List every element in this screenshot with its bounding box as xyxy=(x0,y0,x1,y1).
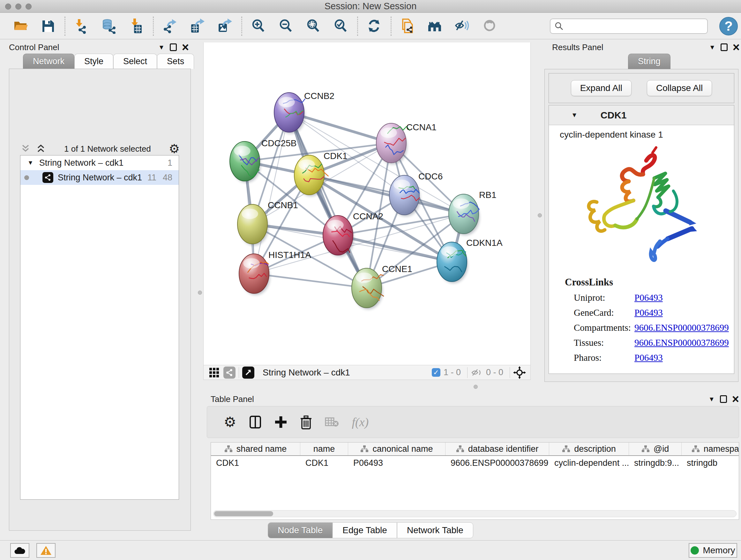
table-cell[interactable]: 9606.ENSP00000378699 xyxy=(446,456,549,470)
collection-expand-icon[interactable]: ▼ xyxy=(27,159,33,166)
network-node-CCNA2[interactable]: CCNA2 xyxy=(323,211,383,257)
tab-sets[interactable]: Sets xyxy=(157,54,194,69)
network-node-CCNE1[interactable]: CCNE1 xyxy=(352,264,412,309)
toolbar-separator xyxy=(391,17,392,36)
detach-view-icon[interactable] xyxy=(242,367,254,379)
column-header-namespace[interactable]: namespace xyxy=(682,442,739,455)
network-node-CCNB2[interactable]: CCNB2 xyxy=(274,91,334,134)
tab-select[interactable]: Select xyxy=(113,54,157,69)
table-panel-float-icon[interactable]: ▼ xyxy=(709,395,715,403)
tab-node-table[interactable]: Node Table xyxy=(268,522,333,538)
control-panel-title: Control Panel xyxy=(9,43,59,52)
open-session-button[interactable] xyxy=(7,15,35,38)
crosslink-link[interactable]: 9606.ENSP00000378699 xyxy=(634,322,729,333)
collapse-all-networks-icon[interactable] xyxy=(20,143,31,154)
expand-all-networks-icon[interactable] xyxy=(36,143,46,154)
minimize-window-icon[interactable] xyxy=(15,3,21,10)
table-panel-close-icon[interactable]: × xyxy=(732,395,739,402)
table-cell[interactable]: stringdb:9... xyxy=(629,456,682,470)
table-row[interactable]: CDK1CDK1P064939606.ENSP00000378699cyclin… xyxy=(211,456,739,470)
hide-glass-button[interactable] xyxy=(449,15,476,38)
delete-column-icon[interactable] xyxy=(300,415,312,429)
network-node-CDKN1A[interactable]: CDKN1A xyxy=(437,238,502,283)
table-cell[interactable]: P06493 xyxy=(348,456,446,470)
tab-edge-table[interactable]: Edge Table xyxy=(333,522,397,538)
tab-network-table[interactable]: Network Table xyxy=(397,522,473,538)
tab-network[interactable]: Network xyxy=(23,54,74,69)
tab-style[interactable]: Style xyxy=(74,54,113,69)
gene-section-header[interactable]: ▼ CDK1 xyxy=(549,105,734,125)
crosslink-link[interactable]: P06493 xyxy=(634,293,663,303)
collapse-all-button[interactable]: Collapse All xyxy=(647,80,712,96)
results-panel-maximize-icon[interactable] xyxy=(721,44,728,51)
string-home-button[interactable] xyxy=(421,15,449,38)
zoom-out-button[interactable] xyxy=(272,15,300,38)
help-button[interactable]: ? xyxy=(719,17,738,36)
column-header-description[interactable]: description xyxy=(549,442,629,455)
import-network-file-button[interactable] xyxy=(68,15,95,38)
control-panel-close-icon[interactable]: × xyxy=(182,44,189,51)
save-session-button[interactable] xyxy=(35,15,62,38)
results-panel-float-icon[interactable]: ▼ xyxy=(709,44,716,51)
network-options-gear-icon[interactable]: ⚙ xyxy=(169,143,180,154)
show-button[interactable] xyxy=(476,15,504,38)
zoom-window-icon[interactable] xyxy=(25,3,31,10)
network-node-RB1[interactable]: RB1 xyxy=(449,190,496,235)
crosslink-link[interactable]: P06493 xyxy=(634,307,663,318)
network-node-CDC6[interactable]: CDC6 xyxy=(389,172,443,216)
control-panel-maximize-icon[interactable] xyxy=(170,44,177,51)
network-collection-row[interactable]: ▼ String Network – cdk1 1 xyxy=(20,155,179,170)
left-splitter-handle[interactable] xyxy=(198,291,202,295)
gene-collapse-icon[interactable]: ▼ xyxy=(571,111,578,119)
refresh-button[interactable] xyxy=(360,15,388,38)
crosslink-link[interactable]: 9606.ENSP00000378699 xyxy=(634,337,729,348)
crosslink-link[interactable]: P06493 xyxy=(634,353,663,363)
table-hscrollbar[interactable] xyxy=(213,510,737,517)
column-header--id[interactable]: @id xyxy=(629,442,682,455)
bottom-splitter-handle[interactable] xyxy=(474,385,478,389)
column-header-shared-name[interactable]: shared name xyxy=(211,442,300,455)
birdseye-view-icon[interactable] xyxy=(513,366,526,379)
selected-nodes-checkbox[interactable]: ✓ xyxy=(432,368,441,377)
right-splitter-handle[interactable] xyxy=(538,213,542,217)
tab-string[interactable]: String xyxy=(628,54,670,69)
table-cell[interactable]: cyclin-dependent ... xyxy=(549,456,629,470)
table-cell[interactable]: CDK1 xyxy=(211,456,300,470)
column-header-name[interactable]: name xyxy=(300,442,348,455)
network-node-CCNB1[interactable]: CCNB1 xyxy=(238,200,298,246)
network-canvas[interactable]: CCNB2 CCNA1 CDC25B CDK1 CDC6 xyxy=(203,43,531,365)
warning-status-button[interactable] xyxy=(37,543,56,558)
zoom-fit-button[interactable] xyxy=(300,15,327,38)
hidden-counts: 0 - 0 xyxy=(486,368,503,377)
memory-button[interactable]: Memory xyxy=(689,543,737,558)
column-header-canonical-name[interactable]: canonical name xyxy=(348,442,446,455)
create-column-icon[interactable] xyxy=(274,415,287,429)
table-cell[interactable]: stringdb xyxy=(682,456,739,470)
export-network-button[interactable] xyxy=(156,15,184,38)
table-options-gear-icon[interactable]: ⚙ xyxy=(224,416,236,428)
show-columns-icon[interactable] xyxy=(249,415,262,429)
network-graph[interactable]: CCNB2 CCNA1 CDC25B CDK1 CDC6 xyxy=(204,43,531,365)
grid-view-icon[interactable] xyxy=(209,368,219,377)
table-hscrollbar-thumb[interactable] xyxy=(214,511,273,516)
network-row[interactable]: String Network – cdk1 11 48 xyxy=(20,170,179,185)
export-image-button[interactable] xyxy=(211,15,239,38)
search-input[interactable] xyxy=(564,21,698,31)
zoom-in-button[interactable] xyxy=(245,15,272,38)
network-node-HIST1H1A[interactable]: HIST1H1A xyxy=(239,250,311,295)
cloud-status-button[interactable] xyxy=(10,543,29,558)
export-table-button[interactable] xyxy=(184,15,211,38)
control-panel-float-icon[interactable]: ▼ xyxy=(158,44,165,51)
network-view-mode-icon[interactable] xyxy=(223,367,235,379)
zoom-selected-button[interactable] xyxy=(327,15,354,38)
import-table-button[interactable] xyxy=(123,15,150,38)
import-network-database-button[interactable] xyxy=(95,15,123,38)
results-panel-close-icon[interactable]: × xyxy=(733,44,740,51)
table-cell[interactable]: CDK1 xyxy=(300,456,348,470)
expand-all-button[interactable]: Expand All xyxy=(571,80,631,96)
table-panel-maximize-icon[interactable] xyxy=(720,395,727,403)
column-header-database-identifier[interactable]: database identifier xyxy=(446,442,549,455)
clone-network-button[interactable] xyxy=(394,15,421,38)
search-box[interactable] xyxy=(550,18,708,34)
close-window-icon[interactable] xyxy=(5,3,11,10)
